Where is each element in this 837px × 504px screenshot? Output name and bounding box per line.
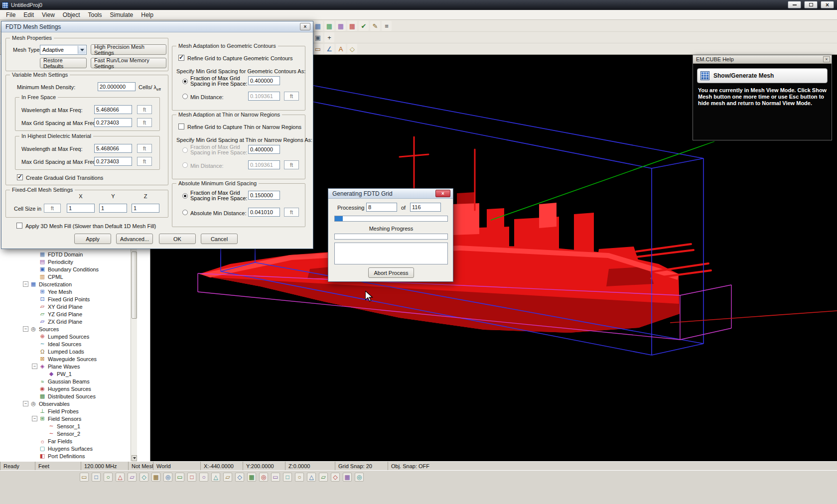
cell-size-z-field[interactable] [132,204,159,213]
object-tool-icon[interactable]: □ [187,473,196,482]
tree-expander-icon[interactable] [32,252,37,257]
generate-mesh-icon[interactable]: ▦ [324,21,334,31]
tree-expander-icon[interactable] [32,378,37,384]
min-density-field[interactable] [98,82,136,91]
dialog-close-icon[interactable] [435,190,450,197]
object-tool-icon[interactable]: ▱ [223,473,232,482]
menu-item[interactable]: File [2,10,19,19]
tree-expander-icon[interactable] [32,311,37,317]
mesh-type-select[interactable]: Adaptive [40,45,87,55]
measure-icon[interactable]: ◇ [347,44,357,54]
refine-contours-checkbox[interactable] [178,55,184,61]
restore-defaults-button[interactable]: Restore Defaults [40,58,87,68]
min-distance-radio[interactable] [182,94,188,99]
ok-button[interactable]: OK [159,234,196,244]
help-titlebar[interactable]: EM.CUBE Help [693,55,832,64]
mesh-settings-icon[interactable]: ▦ [336,21,346,31]
cancel-button[interactable]: Cancel [201,234,238,244]
ruler-icon[interactable]: ▭ [313,44,323,54]
tree-expander-icon[interactable]: − [32,364,37,369]
object-tool-icon[interactable]: △ [211,473,220,482]
max-spacing-field[interactable] [94,118,132,127]
mesh-edit-icon[interactable]: ✎ [370,21,380,31]
tree-item[interactable]: ▤ Periodicity [0,258,130,265]
tree-expander-icon[interactable] [32,319,37,324]
object-tool-icon[interactable]: □ [283,473,292,482]
object-tool-icon[interactable]: ▦ [343,473,352,482]
processing-current-field[interactable] [366,203,397,212]
fraction-field[interactable] [248,76,280,85]
tree-expander-icon[interactable] [32,334,37,339]
tree-item[interactable]: − ⊞ Field Sensors [0,415,130,422]
close-button[interactable] [821,1,834,8]
tree-item[interactable]: ▩ Distributed Sources [0,392,130,400]
tree-expander-icon[interactable] [32,259,37,264]
fraction-radio[interactable] [182,79,188,84]
cell-size-y-field[interactable] [99,204,127,213]
tree-item[interactable]: ◧ Port Definitions [0,452,130,460]
fraction-field[interactable] [248,191,280,200]
gradual-transitions-checkbox[interactable] [17,174,23,180]
tree-item[interactable]: − ▦ Discretization [0,280,130,288]
object-tool-icon[interactable]: ▭ [271,473,280,482]
object-tool-icon[interactable]: ▦ [247,473,256,482]
menu-item[interactable]: Tools [84,10,106,19]
refine-thin-checkbox[interactable] [178,124,184,129]
tree-expander-icon[interactable] [32,349,37,354]
tree-item[interactable]: ⊕ Lumped Sources [0,333,130,340]
tree-expander-icon[interactable] [41,423,46,429]
tree-expander-icon[interactable] [41,431,46,436]
tree-expander-icon[interactable] [32,438,37,444]
fraction-radio[interactable] [182,193,188,199]
tree-item[interactable]: ▢ Huygens Surfaces [0,445,130,452]
menu-item[interactable]: Help [137,10,157,19]
apply-button[interactable]: Apply [74,234,111,244]
project-tree-icon[interactable]: ≡ [382,21,392,31]
object-tool-icon[interactable]: ○ [199,473,208,482]
object-tool-icon[interactable]: △ [116,473,125,482]
tree-item[interactable]: ☼ Far Fields [0,437,130,445]
object-tool-icon[interactable]: ○ [104,473,113,482]
tree-expander-icon[interactable] [32,274,37,279]
scrollbar-thumb[interactable] [132,252,137,319]
show-mesh-icon[interactable]: ▦ [313,21,323,31]
object-tool-icon[interactable]: ○ [295,473,304,482]
tree-expander-icon[interactable]: − [23,326,28,332]
menu-item[interactable]: Simulate [106,10,138,19]
tree-item[interactable]: ▱ XY Grid Plane [0,303,130,310]
tree-expander-icon[interactable]: − [23,401,28,406]
tree-item[interactable]: ⊞ Yee Mesh [0,288,130,295]
fast-run-button[interactable]: Fast Run/Low Memory Settings [91,58,166,68]
tree-expander-icon[interactable] [32,356,37,362]
high-precision-button[interactable]: High Precision Mesh Settings [91,44,166,55]
tree-expander-icon[interactable] [32,296,37,302]
abs-min-field[interactable] [248,208,280,217]
chevron-down-icon[interactable] [78,46,86,54]
tree-item[interactable]: ∼ Ideal Sources [0,340,130,348]
tree-item[interactable]: ▦ FDTD Domain [0,251,130,258]
object-tool-icon[interactable]: ▱ [128,473,137,482]
tree-expander-icon[interactable]: − [23,281,28,287]
min-distance-field[interactable] [248,92,280,101]
add-icon[interactable]: + [324,32,334,42]
tree-expander-icon[interactable] [32,453,37,459]
tree-item[interactable]: Ω Lumped Loads [0,348,130,355]
wavelength-field[interactable] [94,105,132,114]
processing-total-field[interactable] [410,203,441,212]
fraction-radio[interactable] [182,147,188,153]
maximize-button[interactable] [804,1,818,8]
tree-expander-icon[interactable] [32,304,37,309]
dialog-close-icon[interactable] [300,23,310,30]
abort-process-button[interactable]: Abort Process [368,267,414,278]
tree-item[interactable]: ▱ ZX Grid Plane [0,318,130,325]
label-icon[interactable]: A [336,44,346,54]
tree-item[interactable]: ∼ Sensor_2 [0,430,130,437]
tree-item[interactable]: ▱ YZ Grid Plane [0,310,130,318]
min-distance-field[interactable] [248,160,280,169]
tree-expander-icon[interactable] [32,393,37,399]
max-spacing-field[interactable] [94,157,132,166]
object-tool-icon[interactable]: ▱ [319,473,328,482]
menu-item[interactable]: View [38,10,59,19]
wavelength-field[interactable] [94,144,132,153]
dialog-titlebar[interactable]: FDTD Mesh Settings [1,21,313,32]
